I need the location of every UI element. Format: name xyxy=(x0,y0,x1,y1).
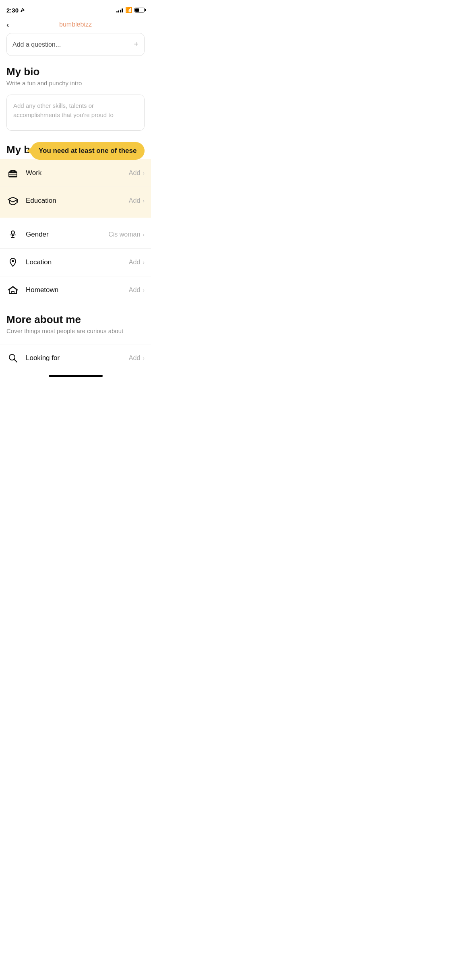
work-icon xyxy=(6,167,19,179)
tooltip-bubble: You need at least one of these xyxy=(31,142,145,160)
home-indicator xyxy=(0,372,151,379)
status-time: 2:30 xyxy=(6,7,25,14)
looking-for-row[interactable]: Looking for Add › xyxy=(0,344,151,372)
location-arrow-icon xyxy=(20,8,25,12)
tooltip-container: My b You need at least one of these xyxy=(6,144,30,156)
status-bar: 2:30 📶 xyxy=(0,0,151,18)
gender-icon xyxy=(6,228,19,241)
logo-bumble: bumble xyxy=(59,21,80,28)
work-row[interactable]: Work Add › xyxy=(0,159,151,187)
more-about-me-section: More about me Cover things most people a… xyxy=(0,304,151,344)
wifi-icon: 📶 xyxy=(125,7,132,13)
hometown-label: Hometown xyxy=(26,286,129,294)
location-chevron-icon: › xyxy=(143,259,145,266)
education-chevron-icon: › xyxy=(143,198,145,204)
add-question-plus-icon[interactable]: + xyxy=(134,40,139,49)
home-bar xyxy=(49,375,103,377)
looking-for-label: Looking for xyxy=(26,354,129,362)
signal-icon xyxy=(116,8,123,12)
education-row[interactable]: Education Add › xyxy=(0,187,151,214)
location-label: Location xyxy=(26,258,129,266)
education-icon xyxy=(6,194,19,207)
svg-point-7 xyxy=(11,231,14,234)
my-bio-section: My bio Write a fun and punchy intro xyxy=(0,66,151,95)
location-value: Add xyxy=(129,259,140,266)
hometown-value: Add xyxy=(129,286,140,294)
back-button[interactable]: ‹ xyxy=(6,20,9,29)
gender-value: Cis woman xyxy=(108,231,140,238)
looking-for-value: Add xyxy=(129,354,140,362)
education-value: Add xyxy=(129,197,140,204)
my-basics-section: My b You need at least one of these xyxy=(0,144,151,159)
my-bio-title: My bio xyxy=(6,66,145,78)
svg-line-14 xyxy=(14,360,17,362)
work-label: Work xyxy=(26,169,129,177)
work-chevron-icon: › xyxy=(143,170,145,176)
hometown-chevron-icon: › xyxy=(143,287,145,293)
nav-header: ‹ bumblebizz xyxy=(0,18,151,33)
bio-placeholder: Add any other skills, talents or accompl… xyxy=(13,102,114,118)
gender-chevron-icon: › xyxy=(143,231,145,238)
add-question-placeholder: Add a question... xyxy=(12,41,61,48)
location-row[interactable]: Location Add › xyxy=(0,249,151,276)
status-icons: 📶 xyxy=(116,7,145,13)
hometown-icon xyxy=(6,284,19,296)
location-icon xyxy=(6,256,19,269)
looking-for-icon xyxy=(6,352,19,364)
hometown-row[interactable]: Hometown Add › xyxy=(0,276,151,304)
normal-rows: Gender Cis woman › Location Add › Hometo… xyxy=(0,221,151,304)
more-about-me-title: More about me xyxy=(6,313,145,326)
bio-textarea[interactable]: Add any other skills, talents or accompl… xyxy=(6,95,145,131)
gender-row[interactable]: Gender Cis woman › xyxy=(0,221,151,249)
logo-bizz: bizz xyxy=(81,21,92,28)
battery-icon xyxy=(134,8,145,12)
gender-label: Gender xyxy=(26,231,108,239)
add-question-row[interactable]: Add a question... + xyxy=(6,33,145,56)
work-value: Add xyxy=(129,169,140,177)
app-logo: bumblebizz xyxy=(59,21,92,28)
svg-point-12 xyxy=(12,260,14,262)
more-about-me-subtitle: Cover things most people are curious abo… xyxy=(6,327,145,334)
my-bio-subtitle: Write a fun and punchy intro xyxy=(6,80,145,86)
education-label: Education xyxy=(26,197,129,205)
looking-for-chevron-icon: › xyxy=(143,355,145,361)
highlighted-rows: Work Add › Education Add › xyxy=(0,159,151,218)
